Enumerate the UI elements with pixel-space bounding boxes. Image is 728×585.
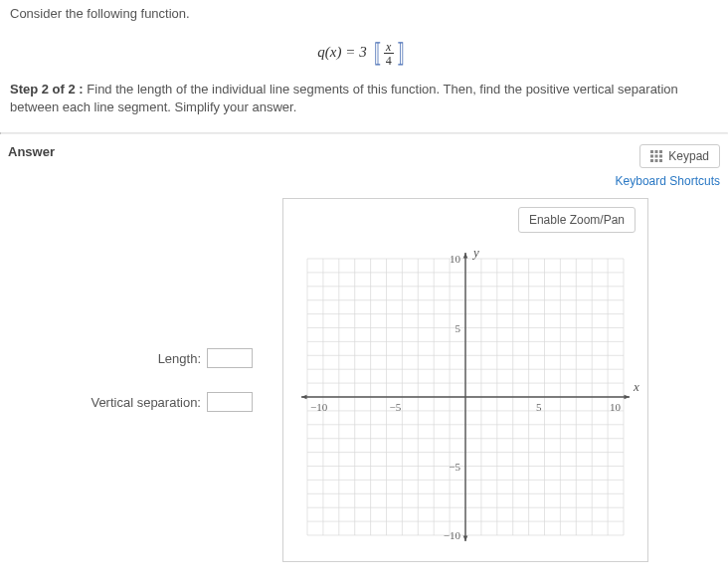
svg-rect-3 (650, 155, 653, 158)
keypad-button[interactable]: Keypad (639, 144, 720, 168)
svg-text:−10: −10 (310, 401, 328, 413)
keypad-label: Keypad (668, 149, 709, 163)
svg-marker-53 (624, 395, 630, 400)
svg-text:−5: −5 (390, 401, 402, 413)
svg-text:5: 5 (536, 401, 542, 413)
svg-text:10: 10 (610, 401, 622, 413)
vertical-separation-input[interactable] (207, 392, 253, 412)
answer-heading: Answer (8, 144, 55, 159)
svg-text:−5: −5 (449, 461, 460, 473)
keyboard-shortcuts-link[interactable]: Keyboard Shortcuts (616, 174, 720, 188)
svg-rect-4 (655, 155, 658, 158)
svg-text:10: 10 (450, 253, 461, 265)
svg-text:y: y (471, 245, 479, 260)
svg-text:x: x (633, 379, 639, 394)
svg-rect-0 (650, 150, 653, 153)
question-prompt: Consider the following function. (10, 6, 718, 21)
svg-rect-5 (659, 155, 662, 158)
svg-rect-2 (659, 150, 662, 153)
svg-rect-8 (659, 159, 662, 162)
svg-text:5: 5 (455, 322, 461, 334)
svg-rect-7 (655, 159, 658, 162)
length-input[interactable] (207, 348, 253, 368)
step-instruction: Step 2 of 2 : Find the length of the ind… (10, 81, 718, 116)
svg-marker-54 (301, 395, 307, 400)
svg-marker-55 (463, 253, 468, 259)
svg-text:−10: −10 (444, 529, 461, 541)
vertical-separation-label: Vertical separation: (91, 395, 201, 410)
svg-marker-56 (463, 536, 468, 542)
coordinate-plane[interactable]: −10−5510−10−5510xy (291, 243, 639, 551)
function-formula: q(x) = 3⟦x4⟧ (10, 37, 718, 75)
keypad-icon (650, 150, 662, 162)
svg-rect-6 (650, 159, 653, 162)
length-label: Length: (158, 351, 201, 366)
enable-zoom-pan-button[interactable]: Enable Zoom/Pan (518, 207, 636, 233)
svg-rect-1 (655, 150, 658, 153)
graph-panel: Enable Zoom/Pan −10−5510−10−5510xy (282, 198, 648, 562)
